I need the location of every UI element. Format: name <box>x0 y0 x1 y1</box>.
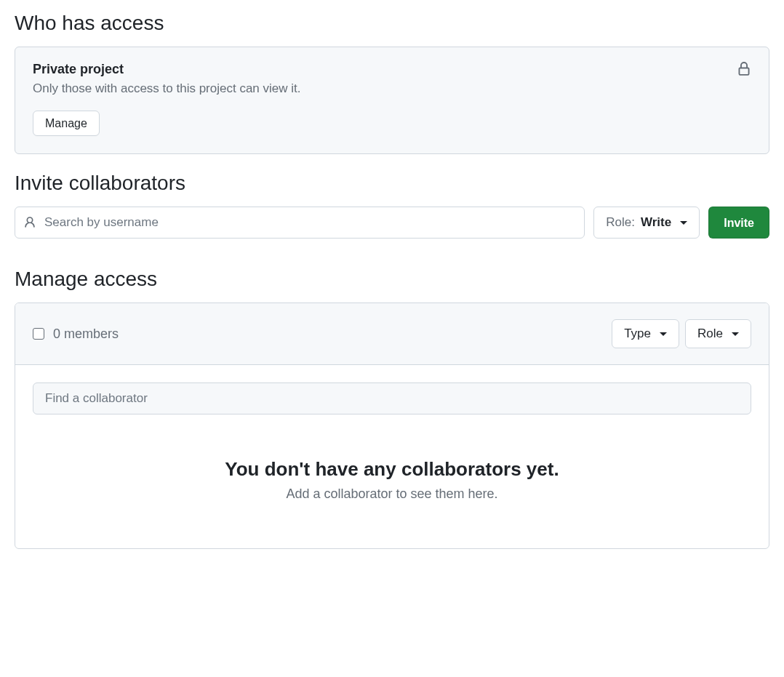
invite-button[interactable]: Invite <box>708 207 769 239</box>
caret-down-icon <box>660 332 667 336</box>
invite-collaborators-heading: Invite collaborators <box>15 172 769 195</box>
access-card-description: Only those with access to this project c… <box>33 81 751 96</box>
search-input-wrap <box>15 207 585 239</box>
search-username-input[interactable] <box>15 207 585 239</box>
empty-state-subtitle: Add a collaborator to see them here. <box>47 486 737 502</box>
header-right: Type Role <box>612 319 751 348</box>
who-has-access-heading: Who has access <box>15 12 769 35</box>
empty-state: You don't have any collaborators yet. Ad… <box>33 414 751 531</box>
manage-access-panel: 0 members Type Role You don't have any c… <box>15 303 769 549</box>
role-filter[interactable]: Role <box>685 319 751 348</box>
select-all-checkbox[interactable] <box>33 328 44 340</box>
manage-access-heading: Manage access <box>15 268 769 291</box>
find-collaborator-input[interactable] <box>33 382 751 414</box>
role-prefix: Role: <box>606 215 635 230</box>
access-card-title: Private project <box>33 62 751 77</box>
manage-button[interactable]: Manage <box>33 111 100 136</box>
access-card: Private project Only those with access t… <box>15 47 769 154</box>
invite-row: Role: Write Invite <box>15 207 769 239</box>
lock-icon <box>737 62 751 79</box>
role-filter-label: Role <box>697 327 723 341</box>
caret-down-icon <box>680 221 687 225</box>
type-filter[interactable]: Type <box>612 319 679 348</box>
members-count: 0 members <box>53 327 119 342</box>
type-filter-label: Type <box>624 327 651 341</box>
role-value: Write <box>641 215 671 230</box>
role-select[interactable]: Role: Write <box>593 207 700 239</box>
panel-header: 0 members Type Role <box>15 303 769 365</box>
person-icon <box>23 216 36 229</box>
header-left: 0 members <box>33 327 119 342</box>
caret-down-icon <box>732 332 739 336</box>
panel-body: You don't have any collaborators yet. Ad… <box>15 365 769 548</box>
empty-state-title: You don't have any collaborators yet. <box>47 458 737 481</box>
